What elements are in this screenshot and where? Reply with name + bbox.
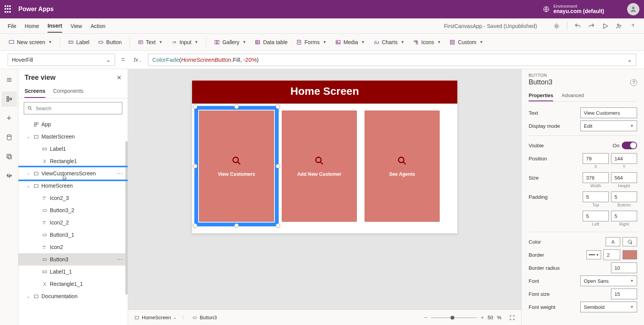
forms-button[interactable]: Forms▼: [295, 38, 327, 47]
more-options-icon[interactable]: ···: [117, 256, 124, 263]
button-button[interactable]: Button: [97, 38, 122, 47]
chevron-down-icon[interactable]: ⌄: [26, 184, 31, 188]
tree-node-rectangle1-1[interactable]: Rectangle1_1: [18, 278, 128, 290]
canvas-tile-add-customer[interactable]: Add New Customer: [282, 111, 357, 222]
fx-label[interactable]: fx⌄: [131, 56, 145, 63]
more-options-icon[interactable]: ···: [117, 170, 124, 177]
label-button[interactable]: Label: [67, 38, 90, 47]
menu-file[interactable]: File: [8, 20, 16, 32]
border-style-select[interactable]: ▼: [586, 250, 601, 259]
tree-node-button3-2[interactable]: Button3_2: [18, 204, 128, 216]
fill-color-button[interactable]: [623, 237, 637, 246]
user-avatar[interactable]: [627, 3, 639, 15]
border-color-button[interactable]: [623, 250, 637, 259]
tree-node-masterscreen[interactable]: ⌄ MasterScreen: [18, 130, 128, 143]
app-checker-icon[interactable]: [553, 23, 560, 30]
tab-properties[interactable]: Properties: [529, 90, 553, 101]
zoom-in-icon[interactable]: +: [481, 315, 484, 320]
resize-handle[interactable]: [276, 223, 280, 228]
hamburger-icon[interactable]: [2, 72, 17, 87]
resize-handle[interactable]: [276, 164, 280, 168]
tree-node-documentation[interactable]: ⌄ Documentation: [18, 290, 128, 302]
tree-node-rectangle1[interactable]: Rectangle1: [18, 155, 128, 167]
tree-search-box[interactable]: [24, 102, 122, 114]
media-button[interactable]: Media▼: [334, 38, 366, 47]
gallery-button[interactable]: Gallery▼: [213, 38, 247, 47]
border-width-input[interactable]: 2: [603, 249, 620, 260]
property-selector[interactable]: HoverFill ⌄: [8, 54, 115, 66]
help-icon[interactable]: [629, 23, 636, 30]
app-launcher-icon[interactable]: [5, 5, 12, 13]
padding-left-input[interactable]: 5: [583, 211, 609, 221]
zoom-out-icon[interactable]: −: [424, 315, 427, 320]
tree-node-button3[interactable]: Button3 ···: [18, 253, 128, 266]
font-size-input[interactable]: 15: [611, 289, 637, 299]
prop-text-input[interactable]: View Customers: [580, 107, 637, 118]
menu-action[interactable]: Action: [90, 20, 105, 32]
resize-handle[interactable]: [193, 104, 197, 109]
environment-picker[interactable]: Environment enayu.com (default): [543, 4, 604, 14]
breadcrumb-screen[interactable]: HomeScreen ⌄: [134, 315, 176, 320]
tree-node-viewcustomersscreen[interactable]: › ViewCustomersScreen ···: [18, 167, 128, 180]
scrollbar[interactable]: [125, 141, 128, 295]
font-color-button[interactable]: A: [606, 237, 620, 246]
fit-to-screen-icon[interactable]: [509, 315, 515, 321]
tree-node-button3-1[interactable]: Button3_1: [18, 229, 128, 241]
advanced-tools-icon[interactable]: [2, 168, 17, 183]
help-icon[interactable]: ?: [630, 79, 637, 86]
prop-displaymode-select[interactable]: Edit▼: [580, 120, 637, 131]
icons-button[interactable]: Icons▼: [412, 38, 442, 47]
menu-view[interactable]: View: [71, 20, 82, 32]
tree-node-label1[interactable]: Label1: [18, 143, 128, 155]
input-button[interactable]: Input▼: [170, 38, 199, 47]
resize-handle[interactable]: [234, 104, 239, 109]
font-weight-select[interactable]: Semibold▼: [580, 302, 637, 312]
canvas-selected-tile[interactable]: View Customers: [199, 111, 274, 222]
tab-advanced[interactable]: Advanced: [562, 90, 584, 101]
undo-icon[interactable]: [574, 23, 581, 30]
chevron-right-icon[interactable]: ›: [26, 172, 31, 176]
tab-components[interactable]: Components: [53, 85, 83, 98]
chevron-down-icon[interactable]: ⌄: [627, 56, 632, 63]
redo-icon[interactable]: [588, 23, 595, 30]
tree-node-icon2-2[interactable]: Icon2_2: [18, 216, 128, 229]
visible-toggle[interactable]: [622, 142, 637, 149]
size-width-input[interactable]: 378: [583, 172, 609, 183]
tree-node-icon2[interactable]: Icon2: [18, 241, 128, 253]
play-icon[interactable]: [602, 23, 609, 30]
size-height-input[interactable]: 564: [611, 172, 637, 183]
position-x-input[interactable]: 79: [583, 153, 609, 164]
new-screen-button[interactable]: New screen▼: [8, 38, 53, 47]
resize-handle[interactable]: [193, 164, 197, 168]
menu-home[interactable]: Home: [25, 20, 39, 32]
tree-search-input[interactable]: [36, 106, 119, 111]
font-select[interactable]: Open Sans▼: [580, 276, 637, 286]
resize-handle[interactable]: [276, 104, 280, 109]
canvas-tile-see-agents[interactable]: See Agents: [365, 111, 440, 222]
tree-node-label1-1[interactable]: Label1_1: [18, 266, 128, 278]
tab-screens[interactable]: Screens: [25, 85, 45, 98]
tree-node-homescreen[interactable]: ⌄ HomeScreen: [18, 180, 128, 192]
formula-input[interactable]: ColorFade(HomeScreenButton.Fill, -20%) ⌄: [148, 54, 636, 66]
menu-insert[interactable]: Insert: [48, 20, 62, 33]
tree-view-icon[interactable]: [2, 91, 17, 107]
resize-handle[interactable]: [234, 223, 239, 228]
share-icon[interactable]: [616, 23, 623, 30]
insert-icon[interactable]: +: [2, 111, 17, 126]
charts-button[interactable]: Charts▼: [373, 38, 405, 47]
chevron-down-icon[interactable]: ⌄: [26, 135, 31, 139]
data-table-button[interactable]: Data table: [254, 38, 288, 47]
resize-handle[interactable]: [193, 223, 197, 228]
tree-node-app[interactable]: App: [18, 118, 128, 130]
chevron-down-icon[interactable]: ⌄: [26, 294, 31, 299]
breadcrumb-control[interactable]: Button3: [192, 315, 217, 320]
border-radius-input[interactable]: 10: [611, 262, 637, 273]
text-button[interactable]: Text▼: [137, 38, 164, 47]
design-canvas[interactable]: Home Screen View Customers: [192, 81, 457, 233]
padding-top-input[interactable]: 5: [583, 191, 609, 202]
padding-bottom-input[interactable]: 5: [611, 191, 637, 202]
zoom-slider[interactable]: [431, 317, 477, 318]
padding-right-input[interactable]: 5: [611, 211, 637, 221]
tree-node-icon2-3[interactable]: Icon2_3: [18, 192, 128, 204]
close-icon[interactable]: ✕: [117, 74, 122, 81]
